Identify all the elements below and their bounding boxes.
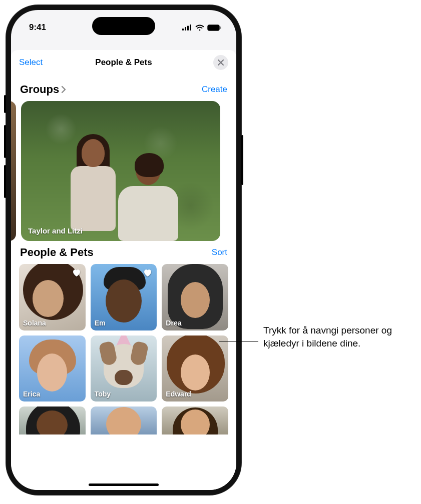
svg-rect-1 — [185, 27, 186, 30]
nav-bar: Select People & Pets — [11, 50, 236, 75]
person-tile-edward[interactable]: Edward — [162, 336, 228, 402]
people-grid: Solana Em Drea Erica — [19, 264, 228, 402]
phone-frame: 9:41 Select People & Pets — [6, 5, 241, 495]
close-button[interactable] — [213, 55, 228, 70]
tile-label: Edward — [166, 390, 191, 398]
heart-icon — [142, 268, 153, 278]
group-photo-people — [56, 131, 186, 241]
wifi-icon — [195, 24, 204, 31]
side-button — [4, 95, 6, 113]
side-button — [4, 165, 6, 198]
side-button — [241, 135, 243, 185]
group-card-prev[interactable] — [11, 101, 16, 241]
callout-line — [219, 341, 258, 342]
svg-rect-3 — [190, 24, 191, 30]
tile-label: Erica — [23, 390, 40, 398]
nav-title: People & Pets — [54, 58, 193, 68]
person-tile[interactable] — [91, 406, 157, 434]
chevron-right-icon — [61, 86, 66, 94]
cellular-icon — [182, 24, 192, 30]
group-label: Taylor and Litzi — [28, 226, 83, 235]
heart-icon — [71, 268, 82, 278]
people-grid-row3 — [19, 406, 228, 434]
svg-rect-0 — [182, 28, 184, 30]
home-indicator[interactable] — [89, 484, 159, 486]
sheet: Select People & Pets Groups Create — [11, 50, 236, 490]
groups-row[interactable]: Taylor and Litzi — [11, 101, 228, 241]
svg-rect-6 — [220, 26, 221, 29]
person-tile-erica[interactable]: Erica — [19, 336, 86, 402]
groups-title-label: Groups — [20, 83, 59, 96]
sort-button[interactable]: Sort — [212, 248, 227, 258]
people-header: People & Pets Sort — [20, 246, 227, 259]
tile-label: Solana — [23, 319, 46, 327]
content: Groups Create Taylor and Litzi — [11, 75, 236, 490]
dynamic-island — [92, 17, 155, 35]
person-tile-toby[interactable]: Toby — [91, 336, 157, 402]
person-tile[interactable] — [19, 406, 86, 434]
battery-icon — [207, 24, 221, 31]
callout-text: Trykk for å navngi personer og kjæledyr … — [263, 324, 413, 350]
tile-label: Em — [95, 319, 106, 327]
side-button — [4, 125, 6, 158]
create-button[interactable]: Create — [202, 84, 227, 94]
close-icon — [218, 60, 224, 66]
status-time: 9:41 — [29, 22, 46, 32]
person-tile-solana[interactable]: Solana — [19, 264, 86, 330]
tile-label: Toby — [95, 390, 111, 398]
person-tile-em[interactable]: Em — [91, 264, 157, 330]
person-tile[interactable] — [162, 406, 228, 434]
people-title-label: People & Pets — [20, 246, 94, 259]
person-tile-drea[interactable]: Drea — [162, 264, 228, 330]
select-button[interactable]: Select — [19, 58, 54, 68]
group-card[interactable]: Taylor and Litzi — [21, 101, 220, 241]
groups-title[interactable]: Groups — [20, 83, 66, 96]
svg-rect-5 — [208, 26, 219, 30]
status-right — [182, 24, 221, 31]
tile-label: Drea — [166, 319, 181, 327]
groups-header: Groups Create — [20, 83, 227, 96]
screen: 9:41 Select People & Pets — [11, 10, 236, 490]
svg-rect-2 — [187, 26, 189, 31]
